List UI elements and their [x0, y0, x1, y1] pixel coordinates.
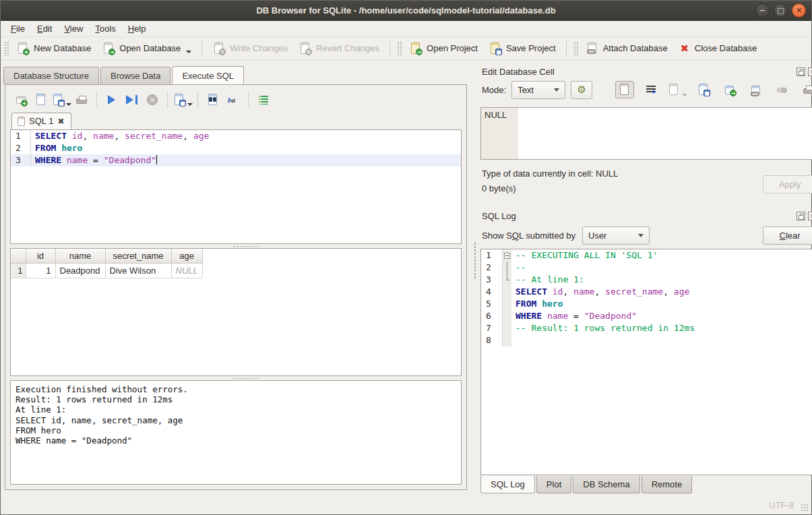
print-cell-button[interactable] — [799, 81, 812, 98]
close-icon[interactable]: ✕ — [792, 3, 806, 18]
column-header-secret-name[interactable]: secret_name — [105, 249, 171, 264]
float-panel-icon[interactable] — [797, 67, 805, 76]
toolbar-handle[interactable] — [573, 41, 578, 56]
open-in-app-button[interactable]: → — [720, 81, 739, 98]
close-panel-icon[interactable]: ✕ — [808, 212, 812, 220]
open-project-button[interactable]: → Open Project — [404, 38, 483, 59]
sql-editor[interactable]: 1SELECT id, name, secret_name, age2FROM … — [10, 129, 462, 244]
clear-log-button[interactable]: Clear — [763, 226, 812, 245]
auto-switch-mode-button[interactable]: ⚙ — [571, 81, 592, 99]
code-line: 6WHERE name = "Deadpond" — [481, 310, 812, 322]
column-header-age[interactable]: age — [171, 249, 202, 264]
fold-margin — [503, 334, 511, 346]
grid-corner[interactable] — [11, 249, 26, 264]
pane-splitter[interactable] — [474, 60, 476, 495]
tab-database-structure[interactable]: Database Structure — [3, 67, 99, 84]
print-sql-button[interactable] — [73, 92, 90, 108]
code-text: FROM hero — [511, 298, 812, 310]
resize-grip[interactable] — [801, 504, 809, 512]
link-cell-button[interactable] — [747, 81, 766, 98]
toolbar-separator — [389, 41, 390, 56]
code-line: 2FROM hero — [11, 142, 461, 154]
write-changes-button: ✎ Write Changes — [207, 38, 293, 59]
close-database-button[interactable]: ✖ Close Database — [673, 38, 763, 59]
submitter-select[interactable]: User — [582, 226, 650, 245]
find-button[interactable] — [205, 92, 221, 108]
new-sql-tab-button[interactable]: + — [13, 92, 29, 108]
open-sql-file-button[interactable] — [33, 92, 49, 108]
export-cell-button[interactable]: ■ — [694, 81, 713, 98]
open-database-button[interactable]: → Open Database — [96, 38, 197, 59]
code-line: 5FROM hero — [481, 298, 812, 310]
cell[interactable]: NULL — [171, 264, 202, 278]
menu-view[interactable]: View — [58, 22, 89, 36]
row-number[interactable]: 1 — [11, 264, 26, 278]
sql-tab-close-icon[interactable]: ✖ — [57, 117, 64, 125]
new-database-icon: + — [16, 42, 30, 55]
sql-log-view[interactable]: 1-- EXECUTING ALL IN 'SQL 1'2--3-- At li… — [480, 249, 812, 475]
menu-file[interactable]: File — [5, 22, 31, 36]
column-header-id[interactable]: id — [26, 249, 55, 264]
format-sql-button[interactable] — [255, 92, 272, 108]
menu-tools[interactable]: Tools — [89, 22, 121, 36]
code-line: 1SELECT id, name, secret_name, age — [11, 130, 461, 142]
open-database-dropdown-icon[interactable] — [186, 51, 191, 53]
sql-log-header: SQL Log ✕ — [479, 207, 812, 223]
cell[interactable]: Deadpond — [55, 264, 105, 278]
tab-execute-sql[interactable]: Execute SQL — [172, 66, 244, 84]
execute-all-button[interactable] — [104, 92, 120, 108]
cell-type-info: Type of data currently in cell: NULL — [482, 166, 763, 181]
float-panel-icon[interactable] — [797, 212, 805, 220]
splitter-handle[interactable] — [10, 244, 462, 248]
sql-document-icon — [18, 117, 25, 126]
fold-margin — [503, 274, 511, 286]
cell-value-text: NULL — [481, 108, 518, 159]
text-mode-button[interactable] — [615, 81, 634, 98]
cell-value-editor[interactable]: NULL — [480, 107, 812, 160]
close-database-icon: ✖ — [679, 42, 691, 55]
save-sql-file-button[interactable]: ■ — [53, 92, 69, 108]
dock-tab-bar: SQL LogPlotDB SchemaRemote — [479, 475, 812, 495]
menu-edit[interactable]: Edit — [31, 22, 58, 36]
code-line: 1-- EXECUTING ALL IN 'SQL 1' — [481, 249, 812, 262]
maximize-icon[interactable]: □ — [774, 3, 788, 18]
column-header-name[interactable]: name — [55, 249, 105, 264]
apply-button: Apply — [763, 175, 812, 193]
attach-database-icon — [586, 42, 599, 55]
sql-log-filter: Show SQL submitted by User Clear — [479, 223, 812, 247]
revert-changes-button: ↻ Revert Changes — [293, 38, 385, 59]
cell[interactable]: Dive Wilson — [105, 264, 171, 278]
toolbar-handle[interactable] — [397, 41, 402, 56]
tab-browse-data[interactable]: Browse Data — [100, 67, 170, 84]
save-results-button[interactable]: ■ — [175, 92, 191, 108]
find-replace-button[interactable]: ba — [225, 92, 241, 108]
line-number: 2 — [481, 262, 503, 274]
new-database-button[interactable]: + New Database — [11, 38, 96, 59]
dock-tab-sql-log[interactable]: SQL Log — [480, 476, 535, 493]
fold-marker-icon[interactable] — [503, 249, 511, 262]
splitter-handle[interactable] — [10, 376, 462, 380]
revert-changes-icon: ↻ — [299, 42, 312, 55]
write-changes-icon: ✎ — [212, 42, 226, 55]
line-number: 8 — [481, 334, 503, 346]
close-panel-icon[interactable]: ✕ — [808, 67, 812, 76]
attach-database-button[interactable]: Attach Database — [580, 38, 673, 59]
dock-tab-plot[interactable]: Plot — [536, 476, 571, 493]
titlebar[interactable]: DB Browser for SQLite - /home/user/code/… — [1, 1, 811, 21]
dock-tab-remote[interactable]: Remote — [642, 476, 693, 493]
code-line: 3WHERE name = "Deadpond" — [11, 154, 461, 166]
toolbar-handle[interactable] — [4, 41, 9, 56]
sql-tab-sql1[interactable]: SQL 1 ✖ — [11, 113, 71, 129]
dock-tab-db-schema[interactable]: DB Schema — [573, 476, 639, 493]
menu-help[interactable]: Help — [122, 22, 152, 36]
execute-line-button[interactable] — [124, 92, 140, 108]
filter-label: Show SQL submitted by — [482, 231, 575, 241]
cell[interactable]: 1 — [26, 264, 55, 278]
word-wrap-button[interactable] — [642, 81, 660, 98]
execute-sql-frame: + ■ ✕ ■ ba — [5, 84, 467, 490]
save-project-button[interactable]: ■ Save Project — [483, 38, 561, 59]
encoding-indicator[interactable]: UTF-8 — [769, 500, 794, 510]
mode-select[interactable]: Text — [511, 81, 565, 99]
set-null-button — [773, 81, 792, 98]
minimize-icon[interactable]: − — [755, 3, 770, 18]
